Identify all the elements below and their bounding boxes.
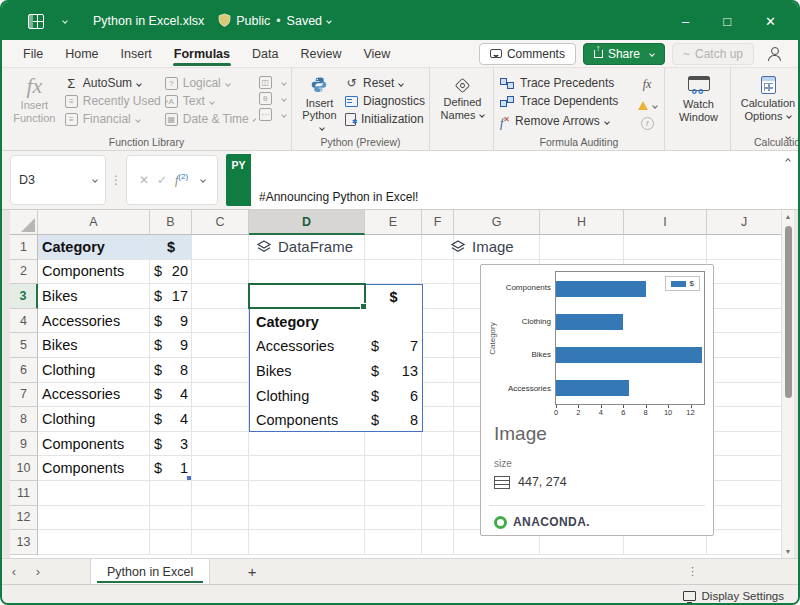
- grid-cell[interactable]: [365, 481, 422, 506]
- ribbon-tab-insert[interactable]: Insert: [110, 42, 163, 66]
- grid-cell[interactable]: [707, 407, 782, 432]
- spill-category-cell[interactable]: Components: [250, 408, 365, 433]
- column-header-d[interactable]: D: [249, 210, 365, 235]
- formula-options-chevron-icon[interactable]: [200, 177, 206, 183]
- grid-cell[interactable]: [422, 481, 454, 506]
- ribbon-tab-review[interactable]: Review: [289, 42, 352, 66]
- column-header-j[interactable]: J: [707, 210, 782, 235]
- grid-cell[interactable]: [192, 333, 249, 358]
- name-box-chevron-icon[interactable]: [88, 173, 97, 187]
- remove-arrows-button[interactable]: f✕ Remove Arrows: [500, 112, 630, 131]
- grid-cell[interactable]: Components: [38, 260, 150, 285]
- grid-cell[interactable]: [249, 530, 365, 555]
- name-box[interactable]: D3: [10, 155, 106, 205]
- spill-value-cell[interactable]: $13: [365, 359, 422, 384]
- show-formulas-icon[interactable]: fx: [643, 77, 652, 92]
- formula-bar-handle[interactable]: ⋮: [110, 173, 122, 187]
- row-header-6[interactable]: 6: [10, 358, 38, 383]
- lookup-reference-button[interactable]: ◫: [259, 76, 287, 89]
- grid-cell[interactable]: [707, 530, 782, 555]
- vertical-scrollbar[interactable]: ▲ ▼: [781, 210, 794, 558]
- account-person-icon[interactable]: [767, 47, 782, 60]
- grid-cell[interactable]: [192, 284, 249, 309]
- grid-cell[interactable]: [422, 530, 454, 555]
- image-output-label[interactable]: Image: [450, 238, 514, 255]
- column-header-e[interactable]: E: [365, 210, 422, 235]
- grid-cell[interactable]: [249, 432, 365, 457]
- formula-code-editor[interactable]: #Announcing Python in Excel! DataFrame=x…: [251, 151, 772, 209]
- more-functions-button[interactable]: ⋯: [259, 108, 287, 121]
- comments-button[interactable]: Comments: [479, 43, 576, 65]
- save-state[interactable]: Saved: [287, 14, 322, 28]
- minimize-button[interactable]: –: [682, 14, 689, 29]
- row-header-9[interactable]: 9: [10, 432, 38, 457]
- grid-cell[interactable]: [422, 432, 454, 457]
- grid-cell[interactable]: $8: [150, 358, 192, 383]
- diagnostics-button[interactable]: Diagnostics: [345, 94, 425, 109]
- grid-cell[interactable]: [422, 260, 454, 285]
- grid-cell[interactable]: [707, 481, 782, 506]
- grid-cell[interactable]: [192, 383, 249, 408]
- reset-button[interactable]: ↺ Reset: [345, 76, 425, 91]
- grid-cell[interactable]: [422, 358, 454, 383]
- save-state-chevron-icon[interactable]: [326, 18, 332, 24]
- grid-cell[interactable]: [192, 358, 249, 383]
- grid-cell[interactable]: Components: [38, 456, 150, 481]
- grid-cell[interactable]: [365, 456, 422, 481]
- ribbon-tab-data[interactable]: Data: [241, 42, 289, 66]
- grid-cell[interactable]: [249, 456, 365, 481]
- grid-cell[interactable]: [365, 260, 422, 285]
- logical-button[interactable]: ? Logical: [165, 76, 255, 91]
- row-header-3[interactable]: 3: [10, 284, 38, 309]
- grid-cell[interactable]: [192, 456, 249, 481]
- grid-cell[interactable]: [365, 530, 422, 555]
- trace-precedents-button[interactable]: Trace Precedents: [500, 76, 630, 91]
- recently-used-button[interactable]: ≡ Recently Used: [65, 94, 161, 109]
- grid-cell[interactable]: [707, 333, 782, 358]
- grid-cell[interactable]: [707, 383, 782, 408]
- grid-cell[interactable]: Category: [38, 235, 150, 260]
- cancel-entry-icon[interactable]: ✕: [139, 173, 149, 187]
- display-settings-button[interactable]: Display Settings: [702, 590, 784, 602]
- catch-up-button[interactable]: ~ Catch up: [672, 43, 754, 65]
- grid-cell[interactable]: [365, 506, 422, 531]
- ribbon-tab-home[interactable]: Home: [54, 42, 109, 66]
- column-header-c[interactable]: C: [192, 210, 249, 235]
- tab-scroll-splitter-handle[interactable]: ⋮: [687, 565, 698, 578]
- grid-cell[interactable]: [707, 309, 782, 334]
- row-header-5[interactable]: 5: [10, 333, 38, 358]
- scrollbar-thumb[interactable]: [785, 226, 792, 398]
- cell-grid[interactable]: ABCDEFGHIJ1Category$2Components$203Bikes…: [10, 210, 782, 558]
- grid-cell[interactable]: Accessories: [38, 383, 150, 408]
- close-button[interactable]: ✕: [765, 14, 776, 29]
- row-header-2[interactable]: 2: [10, 260, 38, 285]
- evaluate-formula-icon[interactable]: f: [641, 117, 654, 130]
- row-header-8[interactable]: 8: [10, 407, 38, 432]
- grid-cell[interactable]: [422, 284, 454, 309]
- grid-cell[interactable]: [192, 530, 249, 555]
- grid-cell[interactable]: Accessories: [38, 309, 150, 334]
- document-title[interactable]: Python in Excel.xlsx: [93, 14, 204, 28]
- grid-cell[interactable]: [707, 284, 782, 309]
- text-button[interactable]: A Text: [165, 94, 255, 109]
- expand-formula-bar-chevron-icon[interactable]: [772, 151, 798, 209]
- row-header-12[interactable]: 12: [10, 506, 38, 531]
- grid-cell[interactable]: Bikes: [38, 284, 150, 309]
- date-time-button[interactable]: ▦ Date & Time: [165, 112, 255, 127]
- spill-category-cell[interactable]: Clothing: [250, 383, 365, 408]
- defined-names-button[interactable]: Defined Names: [436, 73, 489, 134]
- grid-cell[interactable]: $3: [150, 432, 192, 457]
- select-all-corner[interactable]: [10, 210, 38, 235]
- initialization-button[interactable]: Initialization: [345, 112, 425, 127]
- grid-cell[interactable]: [707, 456, 782, 481]
- grid-cell[interactable]: [422, 456, 454, 481]
- grid-cell[interactable]: [38, 506, 150, 531]
- sheet-tab-active[interactable]: Python in Excel: [90, 559, 210, 584]
- insert-function-button[interactable]: fx Insert Function: [8, 73, 61, 134]
- grid-cell[interactable]: [707, 358, 782, 383]
- grid-cell[interactable]: [192, 309, 249, 334]
- grid-cell[interactable]: [422, 407, 454, 432]
- spill-value-cell[interactable]: $8: [365, 408, 422, 433]
- grid-cell[interactable]: [249, 506, 365, 531]
- add-sheet-button[interactable]: +: [234, 559, 270, 584]
